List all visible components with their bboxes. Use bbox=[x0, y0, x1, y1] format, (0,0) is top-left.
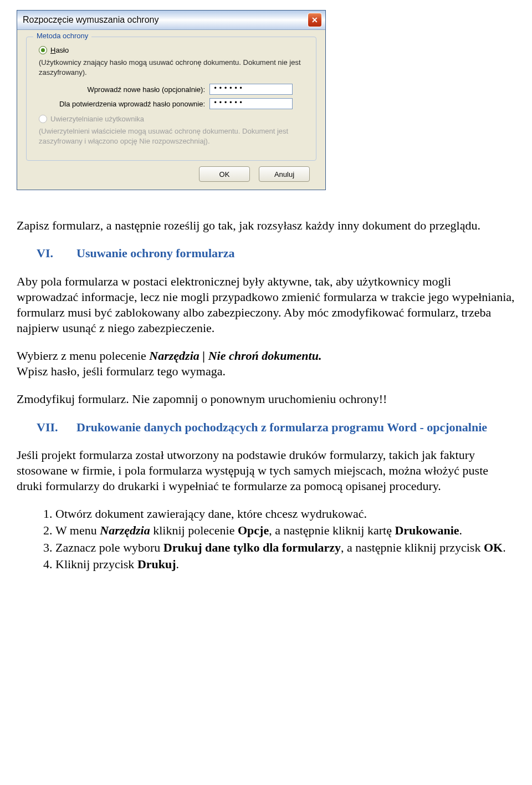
radio-button-icon bbox=[39, 46, 47, 54]
groupbox-title: Metoda ochrony bbox=[33, 32, 91, 40]
radio-user-auth: Uwierzytelnianie użytkownika bbox=[39, 115, 308, 123]
new-password-label: Wprowadź nowe hasło (opcjonalnie): bbox=[39, 85, 205, 94]
paragraph: Wybierz z menu polecenie Narzędzia | Nie… bbox=[17, 348, 515, 364]
paragraph: Zmodyfikuj formularz. Nie zapomnij o pon… bbox=[17, 391, 515, 407]
paragraph: Zapisz formularz, a następnie roześlij g… bbox=[17, 218, 515, 233]
confirm-password-label: Dla potwierdzenia wprowadź hasło ponowni… bbox=[39, 100, 205, 108]
password-desc: (Użytkownicy znający hasło mogą usuwać o… bbox=[39, 58, 308, 77]
close-icon[interactable]: ✕ bbox=[308, 13, 322, 27]
paragraph: Wpisz hasło, jeśli formularz tego wymaga… bbox=[17, 364, 515, 379]
list-item: Kliknij przycisk Drukuj. bbox=[55, 557, 515, 572]
heading-text: Usuwanie ochrony formularza bbox=[76, 246, 235, 261]
paragraph: Jeśli projekt formularza został utworzon… bbox=[17, 447, 515, 494]
radio-user-label: Uwierzytelnianie użytkownika bbox=[50, 115, 144, 123]
dialog-buttons: OK Anuluj bbox=[26, 161, 316, 182]
heading-number: VI. bbox=[17, 246, 76, 261]
list-item: Zaznacz pole wyboru Drukuj dane tylko dl… bbox=[55, 540, 515, 555]
heading-number: VII. bbox=[17, 420, 76, 435]
radio-button-icon bbox=[39, 115, 47, 123]
ok-button[interactable]: OK bbox=[199, 166, 250, 182]
confirm-password-input[interactable]: •••••• bbox=[209, 98, 293, 109]
new-password-input[interactable]: •••••• bbox=[209, 84, 293, 95]
heading-7: VII. Drukowanie danych pochodzących z fo… bbox=[17, 420, 515, 435]
radio-password-label: Hasło bbox=[50, 46, 69, 54]
heading-text: Drukowanie danych pochodzących z formula… bbox=[76, 420, 487, 435]
dialog-window: Rozpoczęcie wymuszania ochrony ✕ Metoda … bbox=[17, 10, 326, 190]
paragraph: Aby pola formularza w postaci elektronic… bbox=[17, 274, 515, 337]
dialog-titlebar: Rozpoczęcie wymuszania ochrony ✕ bbox=[17, 11, 325, 30]
method-groupbox: Metoda ochrony Hasło (Użytkownicy znając… bbox=[26, 37, 316, 161]
radio-password[interactable]: Hasło bbox=[39, 46, 308, 54]
ordered-steps: Otwórz dokument zawierający dane, które … bbox=[17, 506, 515, 572]
list-item: Otwórz dokument zawierający dane, które … bbox=[55, 506, 515, 522]
confirm-password-row: Dla potwierdzenia wprowadź hasło ponowni… bbox=[39, 98, 308, 109]
cancel-button[interactable]: Anuluj bbox=[259, 166, 310, 182]
new-password-row: Wprowadź nowe hasło (opcjonalnie): •••••… bbox=[39, 84, 308, 95]
dialog-title: Rozpoczęcie wymuszania ochrony bbox=[23, 15, 158, 25]
heading-6: VI. Usuwanie ochrony formularza bbox=[17, 246, 515, 261]
list-item: W menu Narzędzia kliknij polecenie Opcje… bbox=[55, 523, 515, 538]
user-auth-desc: (Uwierzytelnieni właściciele mogą usuwać… bbox=[39, 126, 308, 146]
